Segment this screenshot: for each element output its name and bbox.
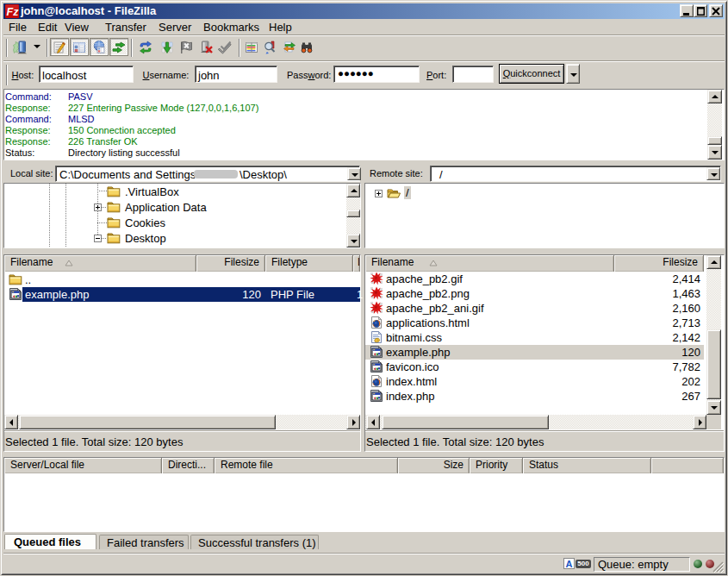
- svg-text:Fz: Fz: [7, 6, 19, 18]
